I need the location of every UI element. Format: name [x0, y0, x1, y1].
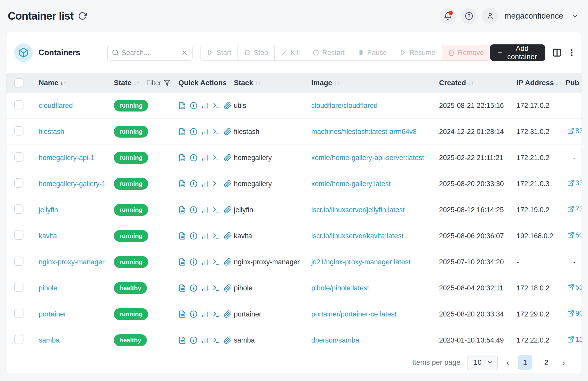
quick-action-inspect-button[interactable] [190, 336, 197, 344]
quick-action-logs-button[interactable] [178, 284, 186, 292]
container-name-link[interactable]: jellyfin [39, 206, 58, 214]
columns-toggle-button[interactable] [552, 47, 562, 58]
next-page-button[interactable]: › [560, 358, 567, 367]
help-button[interactable] [461, 8, 477, 24]
refresh-button[interactable] [78, 12, 87, 20]
column-header-image[interactable]: Image ↓↑ [311, 79, 439, 87]
search-clear-button[interactable] [181, 49, 188, 56]
image-link[interactable]: xemle/home-gallery-api-server:latest [311, 154, 424, 162]
container-name-link[interactable]: samba [39, 336, 60, 344]
quick-action-attach-button[interactable] [224, 102, 232, 109]
quick-action-inspect-button[interactable] [190, 310, 197, 318]
quick-action-inspect-button[interactable] [190, 128, 197, 136]
column-header-state[interactable]: State ↓↑ Filter [114, 79, 178, 87]
quick-action-console-button[interactable] [212, 128, 220, 136]
container-name-link[interactable]: filestash [39, 128, 64, 136]
quick-action-inspect-button[interactable] [190, 180, 197, 188]
quick-action-logs-button[interactable] [178, 258, 186, 266]
chevron-down-icon[interactable] [571, 12, 579, 20]
quick-action-stats-button[interactable] [201, 102, 209, 109]
quick-action-stats-button[interactable] [201, 232, 209, 240]
image-link[interactable]: jc21/nginx-proxy-manager:latest [311, 258, 410, 266]
quick-action-logs-button[interactable] [178, 206, 186, 214]
quick-action-logs-button[interactable] [178, 310, 186, 318]
user-button[interactable] [482, 8, 498, 24]
column-header-name[interactable]: Name ↓↑ [32, 79, 114, 87]
quick-action-console-button[interactable] [212, 180, 220, 188]
image-link[interactable]: pihole/pihole:latest [311, 284, 369, 292]
resume-button[interactable]: Resume [393, 45, 442, 61]
quick-action-console-button[interactable] [212, 336, 220, 344]
more-options-button[interactable] [567, 48, 576, 57]
quick-action-console-button[interactable] [212, 154, 220, 162]
previous-page-button[interactable]: ‹ [504, 358, 511, 367]
search-input[interactable] [122, 49, 178, 57]
quick-action-attach-button[interactable] [224, 128, 232, 136]
quick-action-inspect-button[interactable] [190, 232, 197, 240]
quick-action-stats-button[interactable] [201, 310, 209, 318]
row-checkbox[interactable] [14, 152, 23, 162]
start-button[interactable]: Start [200, 45, 237, 61]
column-header-published-ports[interactable]: Pub [566, 79, 582, 87]
quick-action-attach-button[interactable] [224, 310, 232, 318]
quick-action-logs-button[interactable] [178, 180, 186, 188]
quick-action-stats-button[interactable] [201, 206, 209, 214]
notifications-button[interactable] [440, 8, 456, 24]
published-port-link[interactable]: 83 [567, 127, 582, 135]
quick-action-attach-button[interactable] [224, 180, 232, 188]
published-port-link[interactable]: 73 [567, 205, 582, 213]
quick-action-attach-button[interactable] [224, 284, 232, 292]
quick-action-logs-button[interactable] [178, 232, 186, 240]
pause-button[interactable]: Pause [351, 45, 393, 61]
restart-button[interactable]: Restart [306, 45, 351, 61]
container-name-link[interactable]: cloudflared [39, 102, 73, 109]
select-all-checkbox[interactable] [14, 78, 23, 88]
column-header-ip-address[interactable]: IP Address ↓↑ [517, 79, 566, 87]
column-header-created[interactable]: Created ↓↑ [439, 79, 517, 87]
row-checkbox[interactable] [14, 309, 23, 318]
quick-action-stats-button[interactable] [201, 336, 209, 344]
container-name-link[interactable]: pihole [39, 284, 57, 292]
quick-action-stats-button[interactable] [201, 258, 209, 266]
quick-action-inspect-button[interactable] [190, 154, 197, 162]
quick-action-logs-button[interactable] [178, 154, 186, 162]
quick-action-console-button[interactable] [212, 284, 220, 292]
quick-action-console-button[interactable] [212, 206, 220, 214]
remove-button[interactable]: Remove [442, 45, 490, 61]
row-checkbox[interactable] [14, 100, 23, 109]
quick-action-logs-button[interactable] [178, 102, 186, 109]
row-checkbox[interactable] [14, 204, 23, 214]
row-checkbox[interactable] [14, 335, 23, 344]
page-2-button[interactable]: 2 [539, 355, 553, 370]
image-link[interactable]: lscr.io/linuxserver/jellyfin:latest [311, 206, 405, 214]
image-link[interactable]: xemle/home-gallery:latest [311, 180, 391, 188]
quick-action-logs-button[interactable] [178, 336, 186, 344]
quick-action-attach-button[interactable] [224, 206, 232, 214]
container-name-link[interactable]: homegallery-api-1 [39, 154, 94, 162]
quick-action-logs-button[interactable] [178, 128, 186, 136]
published-port-link[interactable]: 90 [567, 309, 582, 318]
container-name-link[interactable]: kavita [39, 232, 57, 240]
column-header-stack[interactable]: Stack ↓↑ [234, 79, 311, 87]
quick-action-stats-button[interactable] [201, 154, 209, 162]
row-checkbox[interactable] [14, 257, 23, 266]
published-port-link[interactable]: 33 [567, 179, 582, 187]
state-filter-button[interactable]: Filter [146, 79, 170, 87]
container-name-link[interactable]: portainer [39, 310, 66, 318]
image-link[interactable]: cloudflare/cloudflared [311, 102, 378, 109]
container-name-link[interactable]: nginx-proxy-manager [39, 258, 105, 266]
items-per-page-select[interactable]: 10 [467, 355, 498, 370]
published-port-link[interactable]: 50 [567, 231, 582, 239]
row-checkbox[interactable] [14, 231, 23, 240]
quick-action-console-button[interactable] [212, 310, 220, 318]
username[interactable]: megaconfidence [505, 11, 563, 21]
quick-action-stats-button[interactable] [201, 284, 209, 292]
quick-action-console-button[interactable] [212, 232, 220, 240]
published-port-link[interactable]: 13 [567, 336, 582, 344]
kill-button[interactable]: Kill [274, 45, 306, 61]
stop-button[interactable]: Stop [237, 45, 274, 61]
quick-action-stats-button[interactable] [201, 128, 209, 136]
quick-action-attach-button[interactable] [224, 336, 232, 344]
quick-action-inspect-button[interactable] [190, 206, 197, 214]
quick-action-attach-button[interactable] [224, 258, 232, 266]
